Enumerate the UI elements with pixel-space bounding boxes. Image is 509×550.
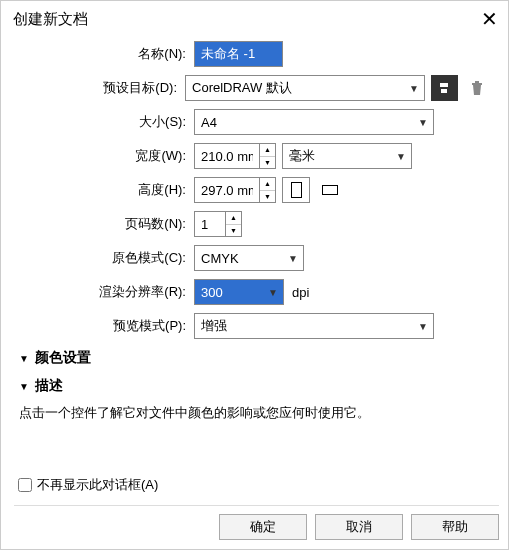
preview-label: 预览模式(P): xyxy=(19,317,194,335)
preset-combo[interactable] xyxy=(185,75,425,101)
svg-rect-5 xyxy=(475,81,479,83)
save-icon xyxy=(437,81,451,95)
save-preset-button[interactable] xyxy=(431,75,458,101)
description-text: 点击一个控件了解它对文件中颜色的影响或您应何时使用它。 xyxy=(1,403,508,424)
size-combo[interactable] xyxy=(194,109,434,135)
dpi-unit-label: dpi xyxy=(292,285,309,300)
landscape-orientation-icon xyxy=(322,185,338,195)
section-description-label: 描述 xyxy=(35,377,63,395)
pages-input[interactable] xyxy=(195,212,225,236)
ok-button[interactable]: 确定 xyxy=(219,514,307,540)
width-input[interactable] xyxy=(195,144,259,168)
preview-combo[interactable] xyxy=(194,313,434,339)
spinner-down-icon[interactable]: ▼ xyxy=(226,225,241,237)
orientation-portrait-button[interactable] xyxy=(282,177,310,203)
orientation-landscape-button[interactable] xyxy=(316,177,344,203)
size-label: 大小(S): xyxy=(19,113,194,131)
resolution-label: 渲染分辨率(R): xyxy=(19,283,194,301)
svg-rect-2 xyxy=(440,83,448,87)
width-label: 宽度(W): xyxy=(19,147,194,165)
pages-spinner[interactable]: ▲ ▼ xyxy=(194,211,242,237)
resolution-combo[interactable] xyxy=(194,279,284,305)
spinner-down-icon[interactable]: ▼ xyxy=(260,157,275,169)
svg-rect-3 xyxy=(441,89,447,93)
name-input[interactable] xyxy=(194,41,283,67)
delete-preset-button[interactable] xyxy=(464,75,491,101)
pages-label: 页码数(N): xyxy=(19,215,194,233)
name-label: 名称(N): xyxy=(19,45,194,63)
colormode-combo[interactable] xyxy=(194,245,304,271)
cancel-button[interactable]: 取消 xyxy=(315,514,403,540)
help-button[interactable]: 帮助 xyxy=(411,514,499,540)
section-color-settings[interactable]: ▼ 颜色设置 xyxy=(19,349,508,367)
collapse-triangle-icon: ▼ xyxy=(19,353,29,364)
collapse-triangle-icon: ▼ xyxy=(19,381,29,392)
width-spinner[interactable]: ▲ ▼ xyxy=(194,143,276,169)
units-combo[interactable] xyxy=(282,143,412,169)
colormode-label: 原色模式(C): xyxy=(19,249,194,267)
trash-icon xyxy=(470,80,484,96)
height-input[interactable] xyxy=(195,178,259,202)
close-icon[interactable]: ✕ xyxy=(481,9,498,29)
section-description[interactable]: ▼ 描述 xyxy=(19,377,508,395)
height-label: 高度(H): xyxy=(19,181,194,199)
height-spinner[interactable]: ▲ ▼ xyxy=(194,177,276,203)
spinner-up-icon[interactable]: ▲ xyxy=(260,144,275,157)
dont-show-checkbox[interactable] xyxy=(18,478,32,492)
dont-show-label: 不再显示此对话框(A) xyxy=(37,476,158,494)
preset-label: 预设目标(D): xyxy=(19,79,185,97)
portrait-orientation-icon xyxy=(291,182,302,198)
spinner-up-icon[interactable]: ▲ xyxy=(260,178,275,191)
svg-rect-4 xyxy=(472,83,482,85)
section-color-settings-label: 颜色设置 xyxy=(35,349,91,367)
spinner-down-icon[interactable]: ▼ xyxy=(260,191,275,203)
spinner-up-icon[interactable]: ▲ xyxy=(226,212,241,225)
dialog-title: 创建新文档 xyxy=(13,10,88,29)
